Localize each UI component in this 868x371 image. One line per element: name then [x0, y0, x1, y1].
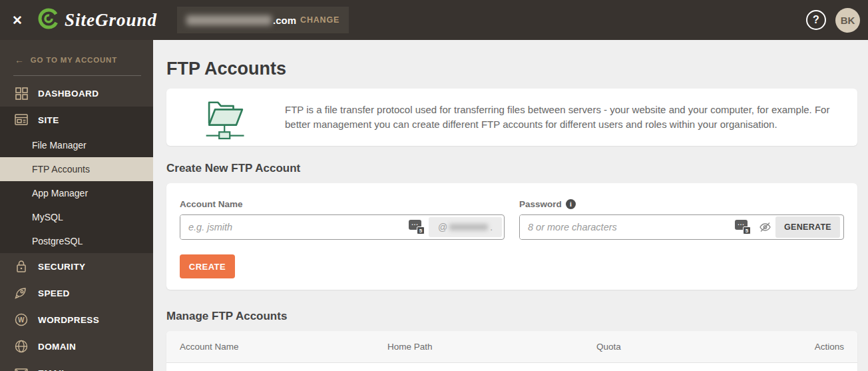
globe-icon: [15, 340, 28, 353]
sidebar-nav: DASHBOARD SITE File Manage: [0, 80, 153, 371]
autofill-extension-icon[interactable]: ... 5: [409, 220, 425, 234]
password-input[interactable]: [520, 215, 731, 239]
domain-redacted-blur: [186, 15, 272, 25]
create-ftp-form-card: Account Name ... 5 @ .: [166, 183, 857, 290]
password-label-row: Password i: [519, 199, 844, 209]
siteground-logo-icon: [37, 7, 60, 33]
go-to-my-account-link[interactable]: ← GO TO MY ACCOUNT: [0, 40, 153, 65]
back-arrow-icon: ←: [15, 55, 25, 65]
dashboard-grid-icon: [15, 87, 28, 100]
change-site-button[interactable]: CHANGE: [300, 15, 339, 25]
column-header-home-path: Home Path: [387, 342, 596, 352]
sidebar-item-app-manager[interactable]: App Manager: [0, 181, 153, 205]
sidebar-item-site[interactable]: SITE: [0, 107, 153, 133]
suffix-at-sign: @: [438, 222, 447, 232]
topbar-right: ? BK: [806, 8, 868, 33]
suffix-domain-redacted-blur: [449, 224, 488, 230]
password-input-wrap: ... 5 GENERATE: [519, 214, 844, 240]
sidebar-site-group: SITE File Manager FTP Accounts App Manag…: [0, 107, 153, 253]
account-domain-suffix: @ .: [429, 217, 502, 237]
table-header-row: Account Name Home Path Quota Actions: [166, 331, 857, 363]
lock-icon: [15, 260, 28, 273]
ftp-intro-card: FTP is a file transfer protocol used for…: [166, 89, 857, 146]
svg-text:W: W: [18, 316, 25, 324]
domain-suffix: .com: [273, 15, 296, 26]
top-bar: ✕ SiteGround .com CHANGE ? BK: [0, 0, 868, 40]
password-field-group: Password i ... 5: [519, 199, 844, 240]
extension-badge: 5: [417, 226, 425, 234]
extension-badge: 5: [743, 226, 751, 234]
sidebar-item-label: WORDPRESS: [38, 315, 99, 325]
manage-section-title: Manage FTP Accounts: [166, 310, 857, 323]
rocket-icon: [15, 286, 28, 300]
column-header-actions: Actions: [809, 342, 844, 352]
sidebar-item-label: DASHBOARD: [38, 89, 99, 99]
account-name-field-group: Account Name ... 5 @ .: [180, 199, 505, 240]
help-icon[interactable]: ?: [806, 10, 826, 30]
generate-password-button[interactable]: GENERATE: [775, 216, 840, 238]
ftp-accounts-table: Account Name Home Path Quota Actions: [166, 331, 857, 371]
sidebar-item-dashboard[interactable]: DASHBOARD: [0, 80, 153, 107]
main-content: FTP Accounts FTP is a file transfer prot…: [153, 40, 868, 371]
sidebar-item-wordpress[interactable]: W WORDPRESS: [0, 306, 153, 333]
sidebar-item-speed[interactable]: SPEED: [0, 280, 153, 306]
account-name-label: Account Name: [180, 199, 505, 209]
avatar[interactable]: BK: [835, 8, 860, 33]
ftp-intro-text: FTP is a file transfer protocol used for…: [285, 103, 857, 132]
site-window-icon: [15, 113, 28, 127]
sidebar-item-label: SPEED: [38, 288, 70, 298]
sidebar-item-file-manager[interactable]: File Manager: [0, 133, 153, 157]
sidebar-item-domain[interactable]: DOMAIN: [0, 333, 153, 360]
create-section-title: Create New FTP Account: [166, 162, 857, 175]
sidebar-item-mysql[interactable]: MySQL: [0, 205, 153, 229]
suffix-dot: .: [490, 222, 493, 232]
page-title: FTP Accounts: [166, 59, 857, 79]
sidebar-item-ftp-accounts[interactable]: FTP Accounts: [0, 157, 153, 181]
sidebar-item-label: EMAIL: [38, 368, 67, 371]
sidebar-item-label: DOMAIN: [38, 342, 76, 352]
wordpress-icon: W: [15, 313, 28, 326]
account-name-input-wrap: ... 5 @ .: [180, 214, 505, 240]
ftp-folder-network-icon: [166, 93, 285, 141]
sidebar-item-postgresql[interactable]: PostgreSQL: [0, 229, 153, 253]
sidebar-divider: [13, 75, 141, 76]
current-site-selector: .com CHANGE: [177, 7, 349, 33]
account-name-input[interactable]: [180, 215, 405, 239]
column-header-account-name: Account Name: [180, 342, 387, 352]
sidebar-item-label: SECURITY: [38, 262, 85, 272]
sidebar-item-security[interactable]: SECURITY: [0, 253, 153, 280]
sidebar-item-label: SITE: [38, 115, 59, 125]
create-button[interactable]: CREATE: [180, 254, 235, 278]
siteground-site-tools: ✕ SiteGround .com CHANGE ? BK ← GO TO MY…: [0, 0, 868, 371]
back-link-label: GO TO MY ACCOUNT: [31, 56, 117, 64]
siteground-logo[interactable]: SiteGround: [37, 7, 157, 33]
autofill-extension-icon[interactable]: ... 5: [735, 220, 751, 234]
password-label: Password: [519, 199, 562, 209]
toggle-password-visibility-icon[interactable]: [759, 222, 771, 232]
sidebar: ← GO TO MY ACCOUNT DASHBOARD: [0, 40, 153, 371]
brand-name: SiteGround: [65, 10, 157, 31]
sidebar-item-email[interactable]: EMAIL: [0, 360, 153, 371]
close-icon[interactable]: ✕: [0, 0, 35, 40]
column-header-quota: Quota: [596, 342, 809, 352]
password-info-icon[interactable]: i: [566, 199, 576, 209]
envelope-icon: [15, 366, 28, 371]
